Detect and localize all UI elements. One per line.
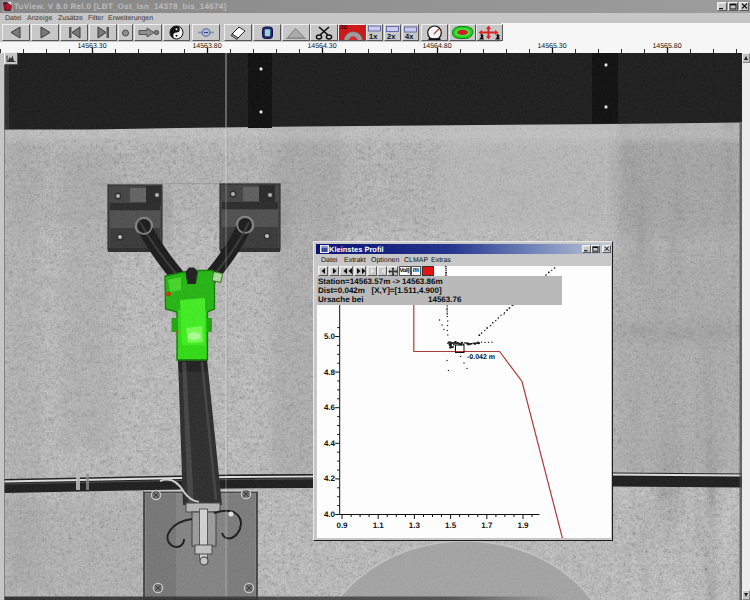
svg-text:0.9: 0.9 (336, 520, 348, 529)
svg-text:4.2: 4.2 (324, 474, 336, 483)
svg-text:1.5: 1.5 (445, 520, 457, 529)
svg-text:1.7: 1.7 (481, 520, 493, 529)
svg-text:14564.80: 14564.80 (422, 43, 451, 50)
svg-text:1.9: 1.9 (517, 520, 529, 529)
svg-text:4.4: 4.4 (324, 438, 336, 447)
svg-text:1.3: 1.3 (409, 520, 421, 529)
svg-text:1.1: 1.1 (373, 520, 385, 529)
svg-text:14564.30: 14564.30 (307, 43, 336, 50)
svg-text:5.0: 5.0 (324, 332, 336, 341)
svg-text:4.0: 4.0 (324, 510, 336, 519)
svg-text:14563.80: 14563.80 (192, 43, 221, 50)
svg-text:-0.042 m: -0.042 m (467, 353, 495, 360)
svg-text:14565.30: 14565.30 (537, 43, 566, 50)
svg-text:4.6: 4.6 (324, 403, 336, 412)
svg-text:14565.80: 14565.80 (652, 43, 681, 50)
svg-text:14563.30: 14563.30 (77, 43, 106, 50)
svg-text:4.8: 4.8 (324, 367, 336, 376)
